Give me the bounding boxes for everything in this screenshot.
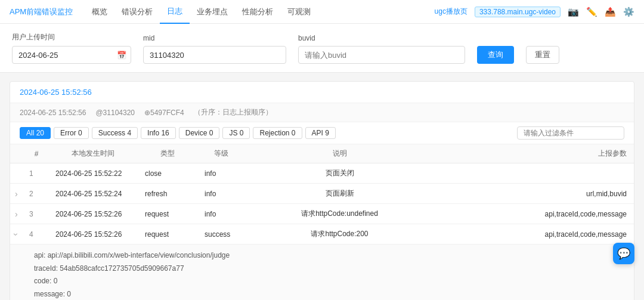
- chevron-right-icon[interactable]: ›: [15, 189, 18, 199]
- log-card: 2024-06-25 15:52:56 2024-06-25 15:52:56 …: [10, 81, 634, 300]
- filter-tag-Rejection0[interactable]: Rejection 0: [253, 127, 302, 139]
- chevron-down-icon[interactable]: ›: [11, 233, 21, 236]
- detail-line: code: 0: [34, 275, 624, 288]
- reset-button[interactable]: 重置: [526, 46, 559, 64]
- row-time: 2024-06-25 15:52:26: [48, 204, 138, 224]
- filter-tag-Error0[interactable]: Error 0: [54, 127, 89, 139]
- nav-item-业务埋点[interactable]: 业务埋点: [190, 0, 235, 24]
- filter-tag-JS0[interactable]: JS 0: [222, 127, 250, 139]
- expand-cell[interactable]: ›: [10, 184, 24, 204]
- top-nav: APM前端错误监控 概览错误分析日志业务埋点性能分析可观测 ugc播放页 333…: [0, 0, 644, 24]
- table-row: ›32024-06-25 15:52:26requestinfo请求httpCo…: [10, 204, 634, 224]
- row-type: close: [138, 163, 197, 184]
- th-level: 等级: [197, 144, 245, 163]
- row-num: 3: [24, 204, 48, 224]
- upload-time-label: 用户上传时间: [12, 32, 131, 42]
- nav-item-概览[interactable]: 概览: [85, 0, 114, 24]
- filter-input[interactable]: [517, 126, 624, 140]
- row-desc: 请求httpCode:undefined: [245, 204, 434, 224]
- row-num: 2: [24, 184, 48, 204]
- expand-cell[interactable]: ›: [10, 204, 24, 224]
- row-level: info: [197, 163, 245, 184]
- filter-tag-All20[interactable]: All 20: [20, 127, 51, 139]
- row-level: info: [197, 184, 245, 204]
- row-params: [434, 163, 634, 184]
- camera-icon[interactable]: 📷: [568, 7, 579, 17]
- detail-line: traceId: 54ab588cafcc172735705d5909667a7…: [34, 262, 624, 276]
- main-content: 2024-06-25 15:52:56 2024-06-25 15:52:56 …: [0, 73, 644, 300]
- nav-title[interactable]: APM前端错误监控: [10, 7, 73, 17]
- log-date-text[interactable]: 2024-06-25 15:52:56: [20, 88, 92, 97]
- th-time: 本地发生时间: [48, 144, 138, 163]
- date-input-wrap: 📅: [12, 46, 131, 64]
- filter-tags: All 20Error 0Success 4Info 16Device 0JS …: [20, 127, 336, 139]
- meta-datetime: 2024-06-25 15:52:56: [20, 109, 86, 117]
- buvid-input[interactable]: [298, 46, 465, 64]
- row-time: 2024-06-25 15:52:22: [48, 163, 138, 184]
- table-head: # 本地发生时间 类型 等级 说明 上报参数: [10, 144, 634, 163]
- filter-tag-Success4[interactable]: Success 4: [92, 127, 138, 139]
- filter-tag-Info16[interactable]: Info 16: [141, 127, 176, 139]
- filter-bar: All 20Error 0Success 4Info 16Device 0JS …: [10, 122, 634, 144]
- th-num: #: [24, 144, 48, 163]
- form-area: 用户上传时间 📅 mid buvid 查询 重置: [0, 24, 644, 73]
- calendar-icon: 📅: [117, 51, 126, 60]
- th-params: 上报参数: [434, 144, 634, 163]
- expand-cell: [10, 163, 24, 184]
- ugc-label: ugc播放页: [435, 7, 467, 17]
- detail-line: message: 0: [34, 288, 624, 300]
- row-type: refresh: [138, 184, 197, 204]
- detail-line: api: api://api.bilibili.com/x/web-interf…: [34, 249, 624, 262]
- log-date-header: 2024-06-25 15:52:56: [10, 82, 634, 103]
- nav-right: ugc播放页 333.788.main.ugc-video 📷 ✏️ 📤 ⚙️: [435, 7, 634, 17]
- row-level: success: [197, 224, 245, 245]
- row-desc: 页面刷新: [245, 184, 434, 204]
- nav-item-性能分析[interactable]: 性能分析: [235, 0, 280, 24]
- meta-buvid: ⊕5497FCF4: [144, 109, 184, 117]
- expanded-detail-row: api: api://api.bilibili.com/x/web-interf…: [10, 245, 634, 301]
- meta-mid: @31104320: [95, 109, 135, 117]
- share-icon[interactable]: 📤: [605, 7, 616, 17]
- chat-bubble[interactable]: 💬: [613, 243, 634, 264]
- buvid-field: buvid: [298, 34, 465, 64]
- table-row: ›22024-06-25 15:52:24refreshinfo页面刷新url,…: [10, 184, 634, 204]
- mid-field: mid: [143, 34, 286, 64]
- filter-tag-Device0[interactable]: Device 0: [179, 127, 220, 139]
- chevron-right-icon[interactable]: ›: [15, 209, 18, 219]
- table-row: 12024-06-25 15:52:22closeinfo页面关闭: [10, 163, 634, 184]
- filter-tag-API9[interactable]: API 9: [305, 127, 336, 139]
- row-params: url,mid,buvid: [434, 184, 634, 204]
- table-row: ›42024-06-25 15:52:26requestsuccess请求htt…: [10, 224, 634, 245]
- row-params: api,traceId,code,message: [434, 224, 634, 245]
- row-level: info: [197, 204, 245, 224]
- buvid-label: buvid: [298, 34, 465, 42]
- row-type: request: [138, 224, 197, 245]
- expand-cell[interactable]: ›: [10, 224, 24, 245]
- row-time: 2024-06-25 15:52:24: [48, 184, 138, 204]
- row-type: request: [138, 204, 197, 224]
- row-num: 4: [24, 224, 48, 245]
- upload-time-field: 用户上传时间 📅: [12, 32, 131, 64]
- edit-icon[interactable]: ✏️: [586, 7, 597, 17]
- nav-item-错误分析[interactable]: 错误分析: [114, 0, 160, 24]
- row-num: 1: [24, 163, 48, 184]
- row-params: api,traceId,code,message: [434, 204, 634, 224]
- ugc-value[interactable]: 333.788.main.ugc-video: [475, 7, 561, 17]
- th-type: 类型: [138, 144, 197, 163]
- log-table: # 本地发生时间 类型 等级 说明 上报参数 12024-06-25 15:52…: [10, 144, 634, 300]
- upload-time-input[interactable]: [12, 46, 131, 64]
- mid-label: mid: [143, 34, 286, 42]
- meta-note: （升序：日志上报顺序）: [194, 107, 273, 117]
- row-time: 2024-06-25 15:52:26: [48, 224, 138, 245]
- query-button[interactable]: 查询: [477, 46, 514, 64]
- log-meta: 2024-06-25 15:52:56 @31104320 ⊕5497FCF4 …: [10, 103, 634, 122]
- nav-item-可观测[interactable]: 可观测: [280, 0, 318, 24]
- expanded-detail-cell: api: api://api.bilibili.com/x/web-interf…: [10, 245, 634, 301]
- settings-icon[interactable]: ⚙️: [623, 7, 634, 17]
- nav-item-日志[interactable]: 日志: [160, 0, 190, 24]
- log-tbody: 12024-06-25 15:52:22closeinfo页面关闭›22024-…: [10, 163, 634, 301]
- mid-input[interactable]: [143, 46, 286, 64]
- th-desc: 说明: [245, 144, 434, 163]
- row-desc: 页面关闭: [245, 163, 434, 184]
- row-desc: 请求httpCode:200: [245, 224, 434, 245]
